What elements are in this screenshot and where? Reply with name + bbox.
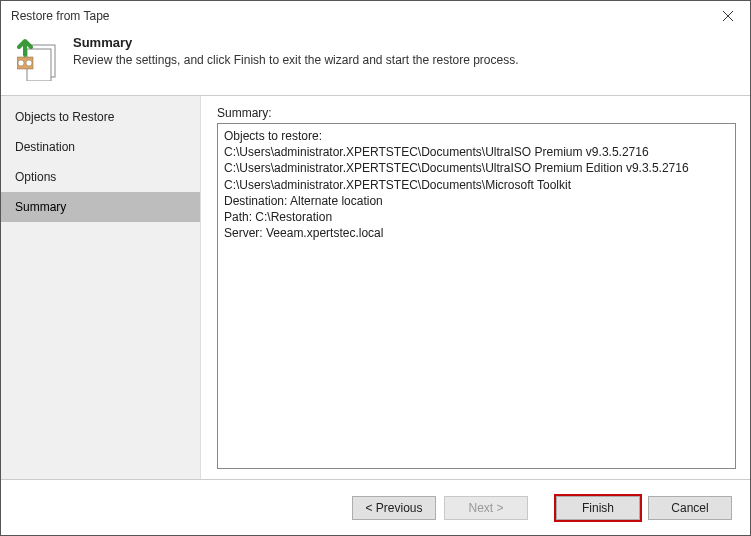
sidebar-item-summary[interactable]: Summary	[1, 192, 200, 222]
close-button[interactable]	[706, 1, 750, 31]
svg-point-6	[26, 60, 32, 66]
wizard-footer: < Previous Next > Finish Cancel	[1, 479, 750, 535]
wizard-body: Objects to Restore Destination Options S…	[1, 96, 750, 479]
page-subtitle: Review the settings, and click Finish to…	[73, 53, 519, 67]
previous-button[interactable]: < Previous	[352, 496, 436, 520]
restore-from-tape-window: Restore from Tape Summary Review the set…	[0, 0, 751, 536]
window-title: Restore from Tape	[11, 9, 110, 23]
sidebar-item-options[interactable]: Options	[1, 162, 200, 192]
close-icon	[723, 8, 733, 24]
svg-point-5	[18, 60, 24, 66]
wizard-header: Summary Review the settings, and click F…	[1, 31, 750, 96]
page-title: Summary	[73, 35, 519, 50]
titlebar: Restore from Tape	[1, 1, 750, 31]
restore-icon	[17, 35, 59, 81]
sidebar-item-destination[interactable]: Destination	[1, 132, 200, 162]
finish-button[interactable]: Finish	[556, 496, 640, 520]
summary-label: Summary:	[217, 106, 736, 120]
sidebar-item-objects-to-restore[interactable]: Objects to Restore	[1, 102, 200, 132]
cancel-button[interactable]: Cancel	[648, 496, 732, 520]
summary-textbox[interactable]: Objects to restore: C:\Users\administrat…	[217, 123, 736, 469]
wizard-main: Summary: Objects to restore: C:\Users\ad…	[201, 96, 750, 479]
header-text: Summary Review the settings, and click F…	[73, 35, 519, 67]
next-button: Next >	[444, 496, 528, 520]
wizard-sidebar: Objects to Restore Destination Options S…	[1, 96, 201, 479]
